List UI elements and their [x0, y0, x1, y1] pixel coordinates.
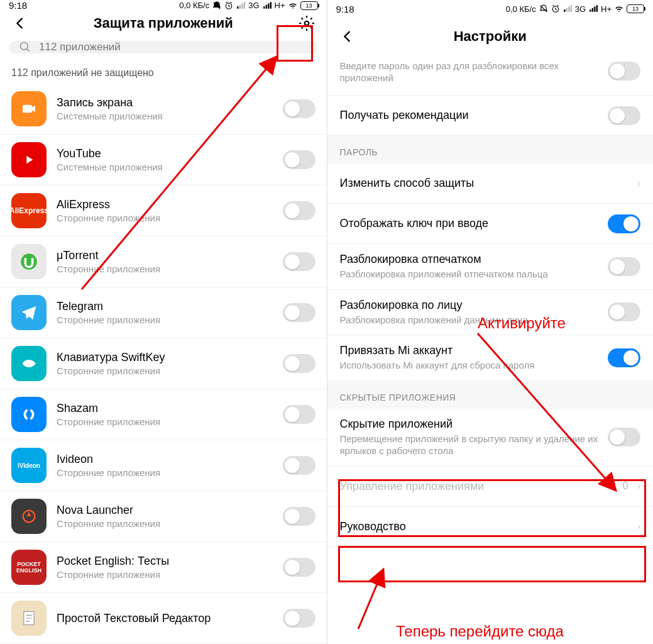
- header: Настройки: [327, 18, 654, 55]
- app-row[interactable]: POCKETENGLISHPocket English: ТестыСторон…: [0, 542, 327, 593]
- alarm-icon: [551, 4, 560, 13]
- app-sub: Сторонние приложения: [57, 416, 283, 427]
- setting-recommendations[interactable]: Получать рекомендации: [327, 96, 654, 136]
- app-sub: Системные приложения: [57, 111, 283, 121]
- app-name: μTorrent: [57, 249, 283, 262]
- app-name: Ivideon: [57, 453, 283, 466]
- toggle-hide-apps[interactable]: [608, 428, 640, 447]
- app-name: Telegram: [57, 300, 283, 313]
- header: Защита приложений: [0, 11, 327, 36]
- settings-button[interactable]: [294, 11, 319, 36]
- battery-icon: 13: [300, 1, 318, 10]
- app-name: Клавиатура SwiftKey: [57, 351, 283, 364]
- app-icon: AliExpress: [11, 193, 47, 228]
- toggle-app-lock[interactable]: [283, 507, 316, 526]
- app-icon: [11, 295, 47, 330]
- app-name: AliExpress: [57, 198, 283, 211]
- phone-right: 9:18 0,0 КБ/с 3G H+ 13 Настройки Введите…: [327, 0, 654, 644]
- app-row[interactable]: Простой Текстовый Редактор: [0, 593, 327, 644]
- status-bar: 9:18 0,0 КБ/с 3G H+ 13: [327, 0, 654, 18]
- toggle-group-unlock[interactable]: [608, 62, 640, 80]
- setting-manage-apps[interactable]: Управление приложениями 0 ›: [327, 467, 654, 507]
- toggle-app-lock[interactable]: [283, 201, 316, 220]
- app-row[interactable]: ShazamСторонние приложения: [0, 389, 327, 440]
- app-info: IvideonСторонние приложения: [57, 453, 283, 478]
- back-icon: [341, 30, 354, 43]
- app-row[interactable]: Nova LauncherСторонние приложения: [0, 491, 327, 542]
- alarm-icon: [224, 1, 233, 10]
- search-input[interactable]: [39, 41, 308, 53]
- app-name: Nova Launcher: [57, 504, 283, 517]
- back-button[interactable]: [8, 11, 33, 36]
- dnd-icon: [539, 4, 548, 13]
- toggle-face[interactable]: [608, 303, 640, 321]
- app-sub: Сторонние приложения: [57, 264, 283, 274]
- app-sub: Сторонние приложения: [57, 314, 283, 325]
- app-sub: Сторонние приложения: [57, 213, 283, 223]
- toggle-recommendations[interactable]: [608, 106, 640, 125]
- signal2-icon: [263, 1, 272, 10]
- page-title: Защита приложений: [33, 15, 294, 31]
- manage-count: 0: [623, 480, 628, 492]
- app-icon: [11, 601, 47, 636]
- setting-fingerprint[interactable]: Разблокировка отпечатком Разблокировка п…: [327, 244, 654, 290]
- toggle-app-lock[interactable]: [283, 150, 316, 169]
- app-row[interactable]: TelegramСторонние приложения: [0, 287, 327, 338]
- app-icon: [11, 91, 47, 126]
- toggle-app-lock[interactable]: [283, 456, 316, 475]
- back-button[interactable]: [335, 24, 360, 49]
- app-name: YouTube: [57, 147, 283, 160]
- app-icon: [11, 142, 47, 177]
- setting-mi-account[interactable]: Привязать Mi аккаунт Использовать Mi акк…: [327, 335, 654, 381]
- net-3g: 3G: [248, 1, 259, 10]
- toggle-app-lock[interactable]: [283, 405, 316, 424]
- app-row[interactable]: iVideonIvideonСторонние приложения: [0, 440, 327, 491]
- app-row[interactable]: AliExpressAliExpressСторонние приложения: [0, 186, 327, 236]
- search-bar[interactable]: [9, 41, 318, 53]
- app-icon: POCKETENGLISH: [11, 550, 47, 585]
- toggle-show-key[interactable]: [608, 214, 640, 233]
- app-info: Запись экранаСистемные приложения: [57, 96, 283, 121]
- section-password: ПАРОЛЬ: [327, 136, 654, 164]
- setting-hide-apps[interactable]: Скрытие приложений Перемещение приложени…: [327, 409, 654, 467]
- battery-icon: 13: [627, 4, 644, 13]
- app-row[interactable]: YouTubeСистемные приложения: [0, 135, 327, 186]
- svg-rect-3: [23, 105, 32, 113]
- toggle-app-lock[interactable]: [283, 99, 316, 118]
- toggle-app-lock[interactable]: [283, 609, 316, 628]
- setting-change-method[interactable]: Изменить способ защиты ›: [327, 164, 654, 204]
- status-time: 9:18: [336, 4, 354, 14]
- toggle-app-lock[interactable]: [283, 354, 316, 373]
- app-row[interactable]: Запись экранаСистемные приложения: [0, 84, 327, 135]
- setting-sub: Введите пароль один раз для разблокировк…: [340, 60, 602, 84]
- toggle-fingerprint[interactable]: [608, 257, 640, 276]
- status-bar: 9:18 0,0 КБ/с 3G H+ 13: [0, 0, 327, 11]
- phone-left: 9:18 0,0 КБ/с 3G H+ 13 Защита приложений…: [0, 0, 327, 644]
- setting-guide[interactable]: Руководство ›: [327, 507, 654, 547]
- dnd-icon: [212, 1, 221, 10]
- toggle-app-lock[interactable]: [283, 303, 316, 322]
- back-icon: [13, 16, 27, 30]
- chevron-right-icon: ›: [637, 480, 640, 492]
- app-info: AliExpressСторонние приложения: [57, 198, 283, 223]
- signal2-icon: [589, 4, 598, 13]
- net-3g: 3G: [575, 4, 586, 14]
- setting-show-key[interactable]: Отображать ключ при вводе: [327, 204, 654, 244]
- toggle-mi-account[interactable]: [608, 348, 640, 367]
- toggle-app-lock[interactable]: [283, 558, 316, 577]
- app-row[interactable]: Клавиатура SwiftKeyСторонние приложения: [0, 338, 327, 389]
- setting-face[interactable]: Разблокировка по лицу Разблокировка прил…: [327, 290, 654, 336]
- toggle-app-lock[interactable]: [283, 252, 316, 271]
- app-icon: [11, 499, 47, 534]
- app-info: TelegramСторонние приложения: [57, 300, 283, 325]
- signal1-icon: [236, 1, 245, 10]
- app-list: Запись экранаСистемные приложенияYouTube…: [0, 84, 327, 644]
- app-icon: [11, 244, 47, 279]
- net-hplus: H+: [275, 1, 285, 10]
- app-row[interactable]: μTorrentСторонние приложения: [0, 236, 327, 287]
- signal1-icon: [563, 4, 572, 13]
- setting-group-unlock[interactable]: Введите пароль один раз для разблокировк…: [327, 55, 654, 96]
- app-info: YouTubeСистемные приложения: [57, 147, 283, 172]
- status-icons: 0,0 КБ/с 3G H+ 13: [506, 4, 644, 14]
- unprotected-label: 112 приложений не защищено: [0, 58, 327, 84]
